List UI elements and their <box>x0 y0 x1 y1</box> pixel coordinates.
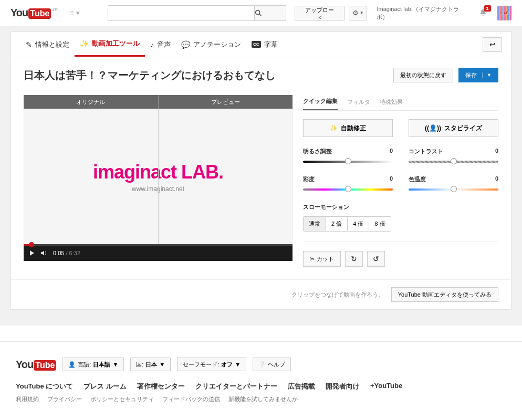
tab-info[interactable]: ✎情報と設定 <box>20 32 75 57</box>
edit-panel: クイック編集 フィルタ 特殊効果 ✨自動修正 ((👤))スタビライズ 明るさ調整… <box>303 95 498 267</box>
autofix-label: 自動修正 <box>341 124 366 133</box>
footer-link-terms[interactable]: 利用規約 <box>16 395 39 403</box>
footer-link-creators[interactable]: クリエイターとパートナー <box>195 382 277 391</box>
search-button[interactable] <box>255 5 286 21</box>
time-display: 0:05 / 6:32 <box>53 250 80 256</box>
brightness-value: 0 <box>390 148 393 155</box>
contrast-slider[interactable] <box>409 158 498 165</box>
wand-icon: ✨ <box>80 39 89 48</box>
wand-icon: ✨ <box>330 124 338 132</box>
temperature-label: 色温度 <box>409 175 426 183</box>
contrast-value: 0 <box>495 148 498 155</box>
save-button-label: 保存 <box>465 71 477 79</box>
footer: YouTube 👤 言語: 日本語 ▼ 国: 日本 ▼ セーフモード: オフ ▼… <box>0 341 522 414</box>
rotate-cw-button[interactable]: ↻ <box>345 251 363 267</box>
help-label: ヘルプ <box>268 361 285 369</box>
search-form <box>108 5 286 21</box>
tab-captions[interactable]: CC字幕 <box>246 32 283 57</box>
brightness-slider[interactable] <box>303 158 393 165</box>
avatar[interactable]: !LAB <box>497 6 511 20</box>
notifications-button[interactable]: 1 <box>478 8 488 18</box>
saturation-slider[interactable] <box>303 185 393 193</box>
svg-line-1 <box>259 14 262 16</box>
footer-link-privacy[interactable]: プライバシー <box>47 395 82 403</box>
slowmo-2x[interactable]: 2 倍 <box>326 217 348 231</box>
editor-tip: クリップをつなげて動画を作ろう。 <box>291 291 384 299</box>
temperature-slider[interactable] <box>409 185 498 193</box>
tab-annotations[interactable]: 💬アノテーション <box>176 32 246 57</box>
search-icon <box>255 9 262 17</box>
upload-button[interactable]: アップロード <box>295 6 344 20</box>
stabilize-icon: ((👤)) <box>425 124 441 132</box>
video-preview-column: オリジナル プレビュー imaginact LAB. www.imaginact… <box>24 95 293 261</box>
save-button[interactable]: 保存▼ <box>458 68 498 82</box>
video-canvas[interactable]: imaginact LAB. www.imaginact.net <box>24 109 293 245</box>
safemode-value: オフ <box>221 361 233 369</box>
scissors-icon: ✂ <box>310 256 315 262</box>
topbar: YouTubeJP ≡ ▾ アップロード ⚙▼ Imaginact lab.（イ… <box>0 0 522 26</box>
rotate-ccw-button[interactable]: ↺ <box>367 251 385 267</box>
title-row: 日本人は苦手！？マーケティングにおけるおもてなし 最初の状態に戻す 保存▼ <box>11 57 511 82</box>
notification-badge: 1 <box>484 5 491 12</box>
progress-bar[interactable] <box>24 244 293 246</box>
stabilize-button[interactable]: ((👤))スタビライズ <box>409 119 498 137</box>
player-controls: 0:05 / 6:32 <box>24 245 293 261</box>
slowmo-4x[interactable]: 4 倍 <box>348 217 369 231</box>
country-button[interactable]: 国: 日本 ▼ <box>130 358 171 371</box>
footer-link-trynew[interactable]: 新機能を試してみませんか <box>228 395 298 403</box>
tab-info-label: 情報と設定 <box>35 40 69 49</box>
settings-button[interactable]: ⚙▼ <box>349 6 367 20</box>
language-label: 言語: <box>78 361 91 369</box>
help-icon: ❔ <box>258 361 266 368</box>
footer-logo[interactable]: YouTube <box>16 359 56 371</box>
language-button[interactable]: 👤 言語: 日本語 ▼ <box>62 358 124 371</box>
stabilize-label: スタビライズ <box>444 124 482 133</box>
account-name[interactable]: Imaginact lab.（イマジナクトラボ） <box>377 5 468 21</box>
editor-tabs: ✎情報と設定 ✨動画加工ツール ♪音声 💬アノテーション CC字幕 ↩ <box>11 32 511 57</box>
autofix-button[interactable]: ✨自動修正 <box>303 119 393 137</box>
search-input[interactable] <box>108 5 255 21</box>
footer-secondary-links: 利用規約 プライバシー ポリシーとセキュリティ フィードバックの送信 新機能を試… <box>16 395 506 403</box>
guide-menu-button[interactable]: ≡ ▾ <box>67 6 82 20</box>
play-button[interactable] <box>29 250 35 256</box>
footer-link-advertise[interactable]: 広告掲載 <box>288 382 315 391</box>
footer-link-feedback[interactable]: フィードバックの送信 <box>162 395 220 403</box>
caret-down-icon: ▼ <box>482 72 492 78</box>
help-button[interactable]: ❔ ヘルプ <box>253 358 291 371</box>
try-editor-button[interactable]: YouTube 動画エディタを使ってみる <box>391 287 498 302</box>
volume-button[interactable] <box>40 250 48 256</box>
subtab-filters[interactable]: フィルタ <box>347 98 370 110</box>
subtab-effects[interactable]: 特殊効果 <box>380 98 403 110</box>
footer-link-press[interactable]: プレス ルーム <box>83 382 127 391</box>
volume-icon <box>40 250 48 256</box>
tab-annotations-label: アノテーション <box>193 40 241 49</box>
pencil-icon: ✎ <box>26 40 32 49</box>
original-header: オリジナル <box>24 95 159 109</box>
tab-audio[interactable]: ♪音声 <box>145 32 176 57</box>
rotate-cw-icon: ↻ <box>351 255 357 263</box>
footer-link-developers[interactable]: 開発者向け <box>326 382 360 391</box>
cut-label: カット <box>317 255 334 263</box>
preview-header: オリジナル プレビュー <box>24 95 293 109</box>
youtube-logo[interactable]: YouTubeJP <box>11 7 58 19</box>
slowmo-normal[interactable]: 通常 <box>304 217 326 231</box>
tab-enhance[interactable]: ✨動画加工ツール <box>75 32 145 57</box>
footer-link-policy[interactable]: ポリシーとセキュリティ <box>90 395 154 403</box>
safemode-button[interactable]: セーフモード: オフ ▼ <box>177 358 246 371</box>
note-icon: ♪ <box>150 40 154 49</box>
footer-link-plusyoutube[interactable]: +YouTube <box>370 382 402 391</box>
footer-link-copyright[interactable]: 著作権センター <box>137 382 185 391</box>
slowmo-8x[interactable]: 8 倍 <box>369 217 390 231</box>
safemode-label: セーフモード: <box>183 361 219 369</box>
video-title: 日本人は苦手！？マーケティングにおけるおもてなし <box>24 68 393 82</box>
back-arrow-icon: ↩ <box>489 40 495 48</box>
speech-icon: 💬 <box>181 40 190 49</box>
footer-link-about[interactable]: YouTube について <box>16 382 73 391</box>
svg-point-0 <box>256 10 260 14</box>
revert-button[interactable]: 最初の状態に戻す <box>393 68 453 82</box>
rotate-ccw-icon: ↺ <box>373 255 379 263</box>
cut-button[interactable]: ✂カット <box>303 251 341 267</box>
tab-enhance-label: 動画加工ツール <box>92 39 140 48</box>
back-button[interactable]: ↩ <box>483 37 502 52</box>
subtab-quick[interactable]: クイック編集 <box>303 97 338 110</box>
